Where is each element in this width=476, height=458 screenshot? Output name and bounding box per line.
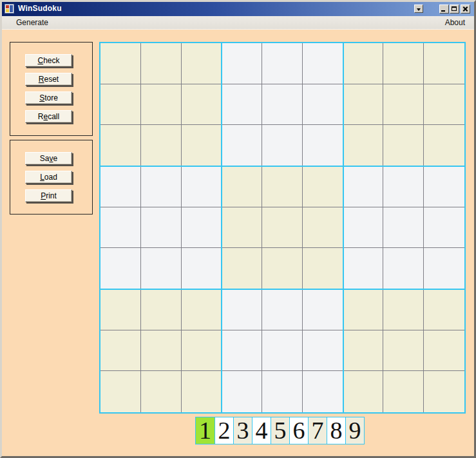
sudoku-cell[interactable] — [424, 371, 464, 412]
sudoku-cell[interactable] — [100, 371, 141, 412]
sudoku-cell[interactable] — [182, 248, 222, 289]
sudoku-cell[interactable] — [424, 84, 464, 126]
number-cell-9[interactable]: 9 — [345, 417, 364, 444]
sudoku-cell[interactable] — [182, 125, 222, 166]
sudoku-cell[interactable] — [343, 84, 384, 126]
sudoku-cell[interactable] — [343, 125, 384, 166]
sudoku-cell[interactable] — [424, 166, 464, 207]
sudoku-cell[interactable] — [262, 125, 303, 166]
sudoku-cell[interactable] — [182, 371, 222, 412]
number-cell-3[interactable]: 3 — [233, 417, 252, 444]
sudoku-cell[interactable] — [303, 43, 343, 84]
sudoku-cell[interactable] — [262, 43, 303, 84]
sudoku-cell[interactable] — [100, 330, 141, 372]
sudoku-cell[interactable] — [222, 371, 262, 412]
maximize-button[interactable] — [450, 5, 459, 14]
sudoku-cell[interactable] — [182, 330, 222, 372]
sudoku-cell[interactable] — [343, 43, 384, 84]
sudoku-cell[interactable] — [262, 330, 303, 372]
sudoku-cell[interactable] — [141, 125, 182, 166]
sudoku-cell[interactable] — [424, 330, 464, 372]
sudoku-cell[interactable] — [100, 207, 141, 249]
sudoku-cell[interactable] — [383, 166, 424, 207]
sudoku-cell[interactable] — [383, 371, 424, 412]
sudoku-cell[interactable] — [343, 330, 384, 372]
save-button[interactable]: Save — [25, 152, 72, 165]
sudoku-cell[interactable] — [343, 289, 384, 330]
sudoku-cell[interactable] — [222, 248, 262, 289]
sudoku-cell[interactable] — [141, 248, 182, 289]
sudoku-cell[interactable] — [141, 289, 182, 330]
sudoku-cell[interactable] — [141, 330, 182, 372]
menu-item-about[interactable]: About — [444, 17, 466, 28]
sudoku-cell[interactable] — [141, 84, 182, 126]
sudoku-cell[interactable] — [383, 207, 424, 249]
sudoku-cell[interactable] — [100, 84, 141, 126]
sudoku-cell[interactable] — [222, 330, 262, 372]
store-button[interactable]: Store — [25, 91, 72, 104]
number-cell-4[interactable]: 4 — [252, 417, 271, 444]
close-button[interactable] — [461, 5, 470, 14]
sudoku-cell[interactable] — [303, 207, 343, 249]
menu-item-generate[interactable]: Generate — [15, 17, 50, 28]
sudoku-cell[interactable] — [100, 248, 141, 289]
load-button[interactable]: Load — [25, 171, 72, 184]
minimize-button[interactable] — [439, 5, 449, 14]
sudoku-cell[interactable] — [303, 330, 343, 372]
sudoku-cell[interactable] — [222, 125, 262, 166]
sudoku-cell[interactable] — [343, 166, 384, 207]
sudoku-cell[interactable] — [262, 166, 303, 207]
sudoku-cell[interactable] — [182, 207, 222, 249]
sudoku-cell[interactable] — [100, 125, 141, 166]
sudoku-cell[interactable] — [383, 84, 424, 126]
sudoku-cell[interactable] — [222, 84, 262, 126]
sudoku-cell[interactable] — [383, 125, 424, 166]
sudoku-cell[interactable] — [303, 289, 343, 330]
sudoku-cell[interactable] — [141, 43, 182, 84]
number-cell-2[interactable]: 2 — [214, 417, 233, 444]
sudoku-cell[interactable] — [141, 371, 182, 412]
sudoku-cell[interactable] — [100, 43, 141, 84]
number-cell-1[interactable]: 1 — [196, 417, 214, 444]
title-bar[interactable]: WinSudoku — [2, 2, 474, 16]
sudoku-cell[interactable] — [343, 207, 384, 249]
sudoku-cell[interactable] — [262, 289, 303, 330]
titlebar-dropdown-button[interactable] — [414, 5, 423, 13]
check-button[interactable]: Check — [25, 54, 72, 67]
sudoku-cell[interactable] — [182, 166, 222, 207]
number-cell-8[interactable]: 8 — [327, 417, 345, 444]
recall-button[interactable]: Recall — [25, 110, 72, 123]
sudoku-cell[interactable] — [262, 207, 303, 249]
sudoku-cell[interactable] — [141, 166, 182, 207]
number-cell-7[interactable]: 7 — [308, 417, 327, 444]
sudoku-cell[interactable] — [343, 371, 384, 412]
sudoku-cell[interactable] — [222, 43, 262, 84]
sudoku-cell[interactable] — [262, 84, 303, 126]
reset-button[interactable]: Reset — [25, 73, 72, 86]
print-button[interactable]: Print — [25, 189, 72, 202]
sudoku-cell[interactable] — [100, 166, 141, 207]
sudoku-cell[interactable] — [383, 289, 424, 330]
sudoku-cell[interactable] — [222, 166, 262, 207]
sudoku-cell[interactable] — [100, 289, 141, 330]
sudoku-cell[interactable] — [222, 207, 262, 249]
number-cell-6[interactable]: 6 — [289, 417, 308, 444]
sudoku-cell[interactable] — [424, 207, 464, 249]
sudoku-cell[interactable] — [424, 125, 464, 166]
sudoku-cell[interactable] — [343, 248, 384, 289]
sudoku-cell[interactable] — [182, 289, 222, 330]
sudoku-cell[interactable] — [424, 248, 464, 289]
sudoku-cell[interactable] — [303, 125, 343, 166]
sudoku-cell[interactable] — [262, 248, 303, 289]
sudoku-cell[interactable] — [262, 371, 303, 412]
sudoku-cell[interactable] — [303, 166, 343, 207]
sudoku-cell[interactable] — [424, 43, 464, 84]
sudoku-cell[interactable] — [424, 289, 464, 330]
sudoku-cell[interactable] — [383, 330, 424, 372]
number-cell-5[interactable]: 5 — [271, 417, 289, 444]
sudoku-cell[interactable] — [303, 84, 343, 126]
sudoku-cell[interactable] — [303, 248, 343, 289]
sudoku-cell[interactable] — [222, 289, 262, 330]
sudoku-cell[interactable] — [383, 43, 424, 84]
sudoku-cell[interactable] — [383, 248, 424, 289]
